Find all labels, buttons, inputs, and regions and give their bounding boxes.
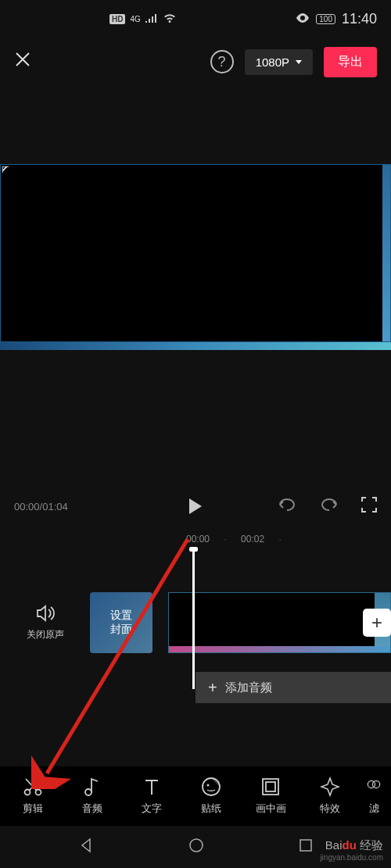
crop-handle-icon[interactable] <box>2 166 13 177</box>
play-button[interactable] <box>189 498 202 514</box>
help-button[interactable]: ? <box>210 50 234 73</box>
pip-icon <box>260 777 281 797</box>
resolution-selector[interactable]: 1080P <box>245 49 313 75</box>
mute-original-button[interactable]: 关闭原声 <box>0 605 90 641</box>
svg-point-1 <box>36 790 41 795</box>
sparkle-icon <box>320 777 340 797</box>
tool-label: 画中画 <box>256 802 286 816</box>
ruler-dot: · <box>264 534 296 545</box>
video-clip[interactable] <box>168 592 391 653</box>
svg-point-0 <box>25 790 30 795</box>
home-button[interactable] <box>188 837 205 857</box>
preview-edge <box>382 165 390 341</box>
sticker-icon <box>201 777 221 797</box>
status-time: 11:40 <box>342 11 377 27</box>
svg-point-2 <box>85 789 91 795</box>
export-button[interactable]: 导出 <box>324 47 377 77</box>
status-bar: HD 4G 100 11:40 <box>0 0 391 38</box>
recent-button[interactable] <box>298 838 314 856</box>
chevron-down-icon <box>296 60 302 64</box>
ruler-mark: 00:02 <box>241 534 264 545</box>
set-cover-button[interactable]: 设置 封面 <box>90 592 152 653</box>
status-left: HD 4G <box>109 12 177 26</box>
video-preview[interactable] <box>0 164 391 342</box>
tool-label: 剪辑 <box>23 802 43 816</box>
close-button[interactable] <box>14 51 31 73</box>
svg-point-8 <box>372 780 379 788</box>
fullscreen-button[interactable] <box>361 497 377 516</box>
top-bar: ? 1080P 导出 <box>0 38 391 86</box>
redo-button[interactable] <box>319 497 339 516</box>
wifi-icon <box>163 12 177 26</box>
ruler-mark: 00:00 <box>186 534 210 545</box>
add-audio-label: 添加音频 <box>225 680 272 695</box>
mute-label: 关闭原声 <box>27 628 64 641</box>
svg-rect-5 <box>263 779 278 795</box>
cover-label-1: 设置 <box>110 609 132 623</box>
text-icon <box>142 777 161 797</box>
tool-effect[interactable]: 特效 <box>303 777 357 816</box>
resolution-label: 1080P <box>256 55 289 69</box>
cover-label-2: 封面 <box>110 623 132 637</box>
tool-text[interactable]: 文字 <box>125 777 178 816</box>
watermark: Baidu 经验 jingyan.baidu.com <box>320 838 383 862</box>
undo-button[interactable] <box>277 497 297 516</box>
tool-label: 贴纸 <box>201 802 221 816</box>
ruler-dot: · <box>210 534 241 545</box>
preview-edge-bottom <box>0 342 391 350</box>
tool-filter[interactable]: 滤 <box>363 777 385 816</box>
back-button[interactable] <box>77 837 95 857</box>
tool-pip[interactable]: 画中画 <box>244 777 297 816</box>
playhead[interactable] <box>192 548 195 689</box>
time-display: 00:00/01:04 <box>14 501 68 513</box>
plus-icon: + <box>208 679 217 697</box>
tool-label: 音频 <box>82 802 102 816</box>
battery-icon: 100 <box>316 14 335 24</box>
hd-icon: HD <box>109 14 125 24</box>
scissors-icon <box>23 777 43 797</box>
status-right: 100 11:40 <box>296 11 377 27</box>
network-icon: 4G <box>130 15 140 23</box>
tool-edit[interactable]: 剪辑 <box>6 777 59 816</box>
filter-icon <box>366 777 382 797</box>
tool-label: 滤 <box>369 802 379 816</box>
music-note-icon <box>83 777 102 797</box>
signal-icon <box>145 12 158 26</box>
playback-controls: 00:00/01:04 <box>0 483 391 530</box>
svg-point-4 <box>207 784 210 787</box>
tool-audio[interactable]: 音频 <box>66 777 119 816</box>
add-clip-button[interactable]: + <box>363 609 391 637</box>
tool-label: 特效 <box>320 802 340 816</box>
bottom-toolbar: 剪辑 音频 文字 贴纸 画中画 特效 滤 <box>0 766 391 826</box>
svg-rect-6 <box>266 782 275 791</box>
eye-icon <box>296 12 310 26</box>
add-audio-button[interactable]: + 添加音频 <box>196 672 391 703</box>
timeline[interactable]: 关闭原声 设置 封面 + <box>0 580 391 666</box>
tool-label: 文字 <box>142 802 162 816</box>
svg-rect-10 <box>300 840 311 851</box>
timeline-ruler: 00:00 · 00:02 · <box>0 530 391 548</box>
tool-sticker[interactable]: 贴纸 <box>185 777 238 816</box>
svg-point-9 <box>190 839 203 852</box>
